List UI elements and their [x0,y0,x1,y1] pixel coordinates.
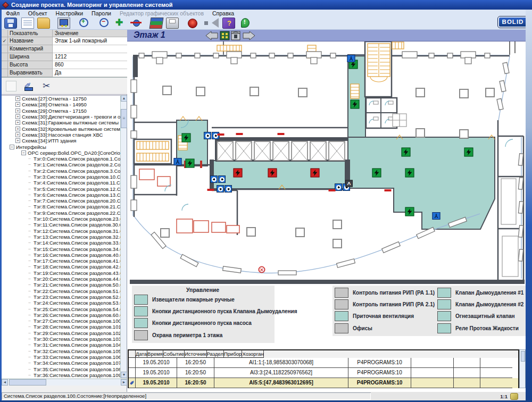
green-bolt[interactable] [182,133,191,143]
tree-item[interactable]: Схема:[29]:Отметка - 17150 [2,108,121,114]
red-dash[interactable] [385,189,392,191]
tree-item[interactable]: Тэг:4:Система.Список разделов.11.Состоян… [2,180,121,186]
tree-expander-icon[interactable] [27,342,32,347]
red-dash[interactable] [278,133,285,135]
tree-item[interactable]: Тэг:10:Система.Список разделов.23.Состоя… [2,216,121,222]
tree-item[interactable]: Схема:[27]:Отметка - 12750 [2,96,121,102]
tree-expander-icon[interactable] [27,253,32,257]
magnifier-grip-icon[interactable] [510,393,518,400]
tree-expander-icon[interactable] [15,120,20,125]
event-column-header[interactable]: Время [147,350,163,358]
menu-item[interactable]: Пароли [87,10,115,16]
new-document-icon[interactable] [21,18,34,29]
tree-expander-icon[interactable] [27,240,32,245]
tree-item[interactable]: Тэг:5:Система.Список разделов.12.Состоян… [2,186,121,191]
scroll-up-icon[interactable]: ▲ [121,95,127,102]
fit-view-icon[interactable] [114,18,127,29]
green-bolt[interactable] [464,148,473,157]
tree-expander-icon[interactable] [15,138,20,143]
tree-expander-icon[interactable] [27,324,32,329]
edit-icon[interactable] [24,81,35,91]
property-value[interactable]: Да [53,69,127,77]
tree-item[interactable]: Тэг:21:Система.Список разделов.50.Состоя… [2,282,121,288]
blue-valve[interactable] [433,212,440,220]
tree-expander-icon[interactable] [27,180,32,185]
tree-expander-icon[interactable] [10,145,14,149]
tree-expander-icon[interactable] [27,229,32,233]
red-bolt[interactable] [268,169,277,178]
tree-expander-icon[interactable] [15,132,20,137]
tree-expander-icon[interactable] [27,216,32,221]
red-dash[interactable] [236,133,243,135]
menu-item[interactable]: Настройки [52,10,88,16]
tree-item[interactable]: Тэг:16:Система.Список разделов.40.Состоя… [2,252,121,258]
tree-item[interactable]: Тэг:32:Система.Список разделов.105.Состо… [2,348,121,354]
speaker-icon[interactable] [202,18,215,29]
tree-item[interactable]: Схема:[33]:Насосная станция ХВС [2,132,121,138]
tree-item[interactable]: Тэг:29:Система.Список разделов.102.Состо… [2,330,121,336]
workstation-icon[interactable] [57,18,70,29]
tree-item[interactable]: Тэг:26:Система.Список разделов.60.Состоя… [2,312,121,318]
tree-expander-icon[interactable] [27,169,32,173]
tree-expander-icon[interactable] [15,96,20,101]
alarm-icon[interactable] [186,18,199,29]
menu-item[interactable]: Справка [208,10,238,16]
next-floor-arrow-icon[interactable] [243,31,255,40]
building-icon[interactable] [220,31,229,40]
event-column-header[interactable]: Хозорган [242,350,264,358]
tree-expander-icon[interactable] [27,313,32,317]
vent-icon[interactable] [345,180,353,187]
tree-expander-icon[interactable] [27,264,32,269]
tree-item[interactable]: Тэг:11:Система.Список разделов.30.Состоя… [2,222,121,228]
tree-item[interactable]: Тэг:2:Система.Список разделов.3.Состояни… [2,168,121,174]
tree-vscroll-thumb[interactable] [121,109,127,128]
tree-item[interactable]: Тэг:30:Система.Список разделов.103.Состо… [2,336,121,342]
tree-expander-icon[interactable] [15,127,20,131]
tree-item[interactable]: Тэг:7:Система.Список разделов.20.Состоян… [2,198,121,204]
tree-item[interactable]: Схема:[30]:Диспетчеризация - тревоги и о… [2,114,121,120]
tree-item[interactable]: Тэг:24:Система.Список разделов.53.Состоя… [2,300,121,306]
tree-expander-icon[interactable] [27,277,32,281]
title-bar[interactable]: Создание проекта. Мониторинг и управлени… [0,0,532,10]
tree-expander-icon[interactable] [27,174,32,179]
blue-pump[interactable] [204,132,211,139]
event-column-header[interactable]: Раздел [207,350,224,358]
tree-item[interactable]: Тэг:36:Система.Список разделов.109.Состо… [2,372,121,378]
red-bolt[interactable] [311,169,320,178]
tree-item[interactable]: Тэг:35:Система.Список разделов.108.Состо… [2,366,121,372]
tree-expander-icon[interactable] [27,222,32,227]
open-folder-icon[interactable] [37,18,50,29]
tree-expander-icon[interactable] [27,319,32,323]
event-column-header[interactable]: Источник [185,350,207,358]
prev-floor-arrow-icon[interactable] [206,31,218,40]
tree-expander-icon[interactable] [27,162,32,167]
tree-item[interactable]: Тэг:22:Система.Список разделов.51.Состоя… [2,288,121,294]
tree-expander-icon[interactable] [27,282,32,287]
tree-expander-icon[interactable] [15,102,20,107]
property-value[interactable] [53,45,127,53]
event-column-header[interactable]: Прибор [224,350,242,358]
tree-item[interactable]: Тэг:34:Система.Список разделов.107.Состо… [2,360,121,366]
red-dash[interactable] [329,189,336,191]
tree-item[interactable]: OPC сервер:Bolid.OPC_DA20:[CoreOrion OPC… [2,150,121,156]
tree-hscroll-thumb[interactable] [9,379,46,386]
tree-expander-icon[interactable] [27,187,32,191]
tree-item[interactable]: Интерфейсы [2,144,121,149]
tree-item[interactable]: Тэг:33:Система.Список разделов.106.Состо… [2,354,121,360]
tree-expander-icon[interactable] [27,258,32,263]
tree-expander-icon[interactable] [27,367,32,372]
zoom-out-icon[interactable] [98,18,111,29]
tree-vertical-scrollbar[interactable]: ▲ ▼ [120,95,127,378]
event-scroll-thumb[interactable] [521,351,525,362]
save-icon[interactable] [4,18,17,29]
tree-item[interactable]: Тэг:20:Система.Список разделов.44.Состоя… [2,276,121,282]
menu-item[interactable]: Файл [2,10,24,16]
zoom-in-icon[interactable] [78,18,90,29]
event-row[interactable]: 19.05.2010 16:20:50 AI1:1:[-18,985830307… [129,358,518,368]
tree-item[interactable]: Тэг:25:Система.Список разделов.54.Состоя… [2,306,121,312]
tree-item[interactable]: Тэг:19:Система.Список разделов.43.Состоя… [2,270,121,276]
help-icon[interactable] [222,18,235,29]
blue-pump[interactable] [217,185,224,192]
red-dash[interactable] [207,189,214,191]
tree-expander-icon[interactable] [21,150,26,155]
